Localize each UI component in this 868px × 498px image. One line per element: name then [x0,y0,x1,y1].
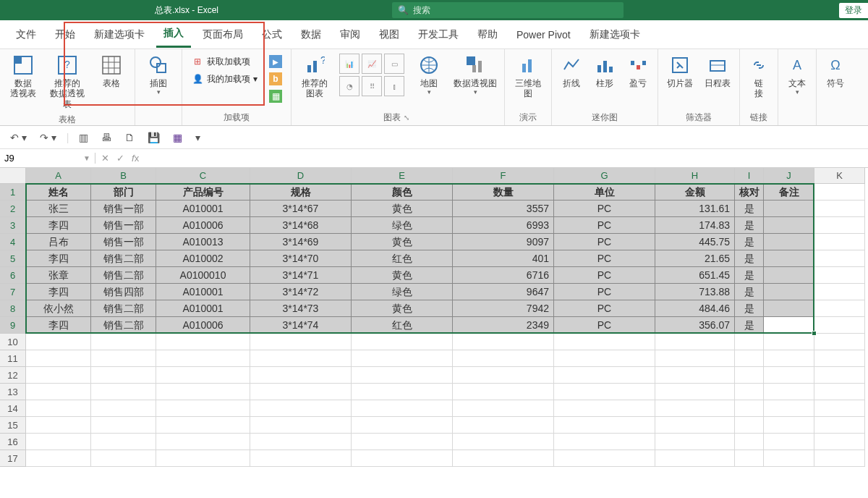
cell[interactable] [26,384,91,400]
sparkline-line-button[interactable]: 折线 [556,51,587,91]
cell[interactable] [352,400,453,417]
cell[interactable] [814,434,865,450]
cell[interactable]: 3*14*72 [250,284,352,300]
charts-launcher-icon[interactable]: ⤡ [404,114,412,122]
cell[interactable]: A010006 [156,317,250,334]
cell[interactable]: 是 [735,300,764,317]
cell[interactable] [814,450,865,467]
line-chart-icon[interactable]: 📈 [362,54,382,74]
cell[interactable]: 销售二部 [91,317,156,334]
login-button[interactable]: 登录 [839,3,868,18]
symbols-button[interactable]: Ω 符号 [821,51,850,91]
cell[interactable]: 姓名 [26,184,91,201]
cell[interactable]: 445.75 [655,234,735,250]
row-header-8[interactable]: 8 [0,300,26,317]
cell[interactable] [814,284,865,300]
cell[interactable] [655,400,735,417]
pie-chart-icon[interactable]: ◔ [339,76,359,96]
my-addins-button[interactable]: 👤 我的加载项▾ [188,71,260,87]
cell[interactable] [453,367,554,384]
cell[interactable]: 产品编号 [156,184,250,201]
cell[interactable] [764,350,814,367]
cell[interactable] [352,434,453,450]
row-header-14[interactable]: 14 [0,400,26,417]
cell[interactable]: PC [554,300,655,317]
cell[interactable]: 红色 [352,250,453,267]
bing-maps-button[interactable]: ▶ [266,54,285,69]
cell[interactable] [352,334,453,350]
cell[interactable] [554,384,655,400]
cell[interactable] [764,317,814,334]
slicer-button[interactable]: 切片器 [663,51,697,91]
tab-newtab2[interactable]: 新建选项卡 [582,22,647,47]
cell[interactable] [764,300,814,317]
cell[interactable]: 6993 [453,217,554,234]
cell[interactable] [554,350,655,367]
cell[interactable] [764,234,814,250]
cell[interactable] [26,450,91,467]
cell[interactable]: PC [554,250,655,267]
cell[interactable] [156,384,250,400]
scatter-chart-icon[interactable]: ⠿ [362,76,382,96]
select-all-corner[interactable] [0,168,26,184]
cell[interactable] [655,450,735,467]
new-icon[interactable]: 🗋 [122,130,137,145]
cell[interactable]: 3*14*70 [250,250,352,267]
cell[interactable] [453,450,554,467]
cell[interactable] [91,367,156,384]
tab-view[interactable]: 视图 [372,22,407,47]
col-header-B[interactable]: B [91,168,156,184]
enter-formula-icon[interactable]: ✓ [116,153,124,164]
cell[interactable] [764,367,814,384]
redo-button[interactable]: ↷ ▾ [37,130,59,145]
3dmap-button[interactable]: 三维地 图 [509,51,547,102]
cell[interactable]: 3*14*68 [250,217,352,234]
cell[interactable]: 金额 [655,184,735,201]
cell[interactable] [91,400,156,417]
cell[interactable] [250,400,352,417]
cell[interactable] [735,434,764,450]
name-box[interactable]: ▼ [0,153,95,164]
bar-chart-icon[interactable]: 📊 [339,54,359,74]
cell[interactable] [156,367,250,384]
cell[interactable]: 备注 [764,184,814,201]
cell[interactable] [156,434,250,450]
cell[interactable] [655,367,735,384]
cell[interactable]: 核对 [735,184,764,201]
row-header-2[interactable]: 2 [0,201,26,217]
cell[interactable] [764,400,814,417]
col-header-D[interactable]: D [250,168,352,184]
cell[interactable]: 是 [735,317,764,334]
pivot-table-button[interactable]: 数据 透视表 [4,51,42,102]
row-header-16[interactable]: 16 [0,434,26,450]
cell[interactable]: PC [554,317,655,334]
cell[interactable]: 规格 [250,184,352,201]
cell[interactable]: 李四 [26,250,91,267]
cell[interactable] [453,400,554,417]
cell[interactable]: 21.65 [655,250,735,267]
cell[interactable] [735,367,764,384]
cell[interactable]: 3*14*71 [250,267,352,284]
cell[interactable] [250,367,352,384]
cell[interactable]: 数量 [453,184,554,201]
cell[interactable] [735,334,764,350]
row-header-15[interactable]: 15 [0,417,26,434]
cell[interactable]: 是 [735,267,764,284]
cell[interactable]: 713.88 [655,284,735,300]
tab-formulas[interactable]: 公式 [255,22,289,47]
row-header-7[interactable]: 7 [0,284,26,300]
cell[interactable] [764,434,814,450]
cell[interactable] [764,201,814,217]
cell[interactable]: 部门 [91,184,156,201]
cell[interactable] [91,384,156,400]
col-header-C[interactable]: C [156,168,250,184]
cell[interactable] [352,350,453,367]
cell[interactable] [764,450,814,467]
cell[interactable] [554,434,655,450]
cell[interactable] [764,217,814,234]
row-header-1[interactable]: 1 [0,184,26,201]
cell[interactable] [764,384,814,400]
cancel-formula-icon[interactable]: ✕ [101,153,109,164]
cell[interactable] [26,417,91,434]
cell[interactable] [453,434,554,450]
